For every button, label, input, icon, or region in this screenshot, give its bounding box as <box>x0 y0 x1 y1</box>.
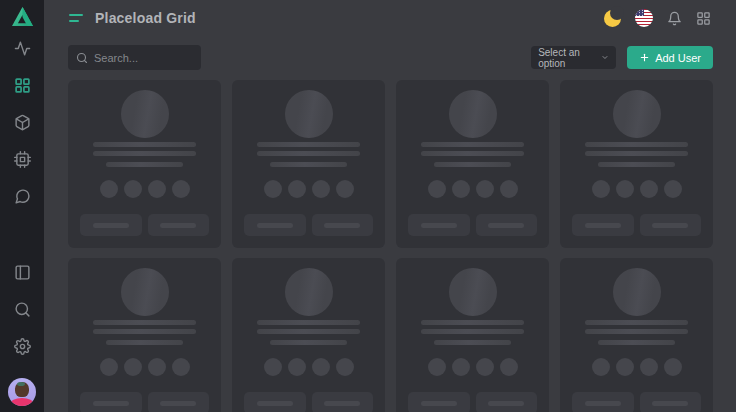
placeholder-line <box>257 142 361 147</box>
placeholder-line <box>421 151 525 156</box>
dot-placeholder <box>500 180 518 198</box>
sidebar-item-activity[interactable] <box>8 41 36 59</box>
dot-placeholder <box>616 180 634 198</box>
add-user-label: Add User <box>655 52 701 64</box>
button-placeholder <box>244 392 306 412</box>
placeholder-line <box>598 340 675 345</box>
dark-mode-moon-icon[interactable] <box>604 10 621 27</box>
button-label-placeholder <box>488 401 524 406</box>
button-label-placeholder <box>93 401 129 406</box>
icon-dots-placeholder <box>242 180 375 198</box>
button-placeholders <box>570 392 703 412</box>
dot-placeholder <box>592 180 610 198</box>
button-label-placeholder <box>585 401 621 406</box>
sidebar-item-settings[interactable] <box>8 339 36 357</box>
user-avatar[interactable] <box>8 378 36 406</box>
plus-icon <box>639 52 650 63</box>
dot-placeholder <box>452 180 470 198</box>
placeholder-line <box>270 340 347 345</box>
text-placeholder-lines <box>242 142 375 167</box>
notifications-bell-icon[interactable] <box>667 11 682 26</box>
dot-placeholder <box>664 180 682 198</box>
dot-placeholder <box>428 180 446 198</box>
dot-placeholder <box>428 358 446 376</box>
toolbar-right: Select an option Add User <box>531 46 713 69</box>
search-box <box>68 45 201 70</box>
avatar-placeholder <box>449 90 497 138</box>
icon-dots-placeholder <box>406 180 539 198</box>
text-placeholder-lines <box>242 320 375 345</box>
dot-placeholder <box>100 358 118 376</box>
avatar-placeholder <box>449 268 497 316</box>
search-icon <box>76 52 88 64</box>
box-icon <box>14 114 31 135</box>
search-icon <box>14 301 31 322</box>
main-area: Placeload Grid Select an option <box>44 0 736 412</box>
placeholder-line <box>106 162 183 167</box>
placeholder-line <box>257 151 361 156</box>
page-header: Placeload Grid <box>44 0 736 36</box>
gear-icon <box>14 338 31 359</box>
button-placeholder <box>148 214 210 236</box>
avatar-placeholder <box>285 90 333 138</box>
placeholder-line <box>585 329 689 334</box>
avatar-placeholder <box>613 268 661 316</box>
dot-placeholder <box>312 358 330 376</box>
dot-placeholder <box>148 358 166 376</box>
placeholder-line <box>93 329 197 334</box>
button-placeholder <box>312 214 374 236</box>
apps-grid-icon[interactable] <box>696 11 711 26</box>
placeholder-line <box>434 340 511 345</box>
chevron-down-icon <box>601 53 609 62</box>
placeholder-line <box>598 162 675 167</box>
placeholder-line <box>585 151 689 156</box>
button-label-placeholder <box>585 223 621 228</box>
text-placeholder-lines <box>406 320 539 345</box>
button-label-placeholder <box>93 223 129 228</box>
button-placeholder <box>640 214 702 236</box>
dot-placeholder <box>500 358 518 376</box>
sidebar-item-panels[interactable] <box>8 265 36 283</box>
avatar-placeholder <box>613 90 661 138</box>
icon-dots-placeholder <box>406 358 539 376</box>
avatar-placeholder <box>121 90 169 138</box>
menu-toggle-icon[interactable] <box>69 12 85 24</box>
sidebar-item-messages[interactable] <box>8 189 36 207</box>
page-title: Placeload Grid <box>95 10 196 26</box>
dot-placeholder <box>640 180 658 198</box>
dot-placeholder <box>616 358 634 376</box>
dot-placeholder <box>264 358 282 376</box>
sidebar-item-elements[interactable] <box>8 152 36 170</box>
user-card-placeholder <box>560 258 713 412</box>
avatar-placeholder <box>285 268 333 316</box>
sidebar-item-search[interactable] <box>8 302 36 320</box>
sidebar-item-components[interactable] <box>8 115 36 133</box>
user-card-placeholder <box>560 80 713 248</box>
sidebar-bottom <box>8 265 36 412</box>
triangle-logo-icon <box>11 6 34 31</box>
language-us-flag-icon[interactable] <box>635 9 653 27</box>
text-placeholder-lines <box>406 142 539 167</box>
button-placeholder <box>572 392 634 412</box>
placeholder-line <box>585 142 689 147</box>
dot-placeholder <box>172 358 190 376</box>
add-user-button[interactable]: Add User <box>627 46 713 69</box>
text-placeholder-lines <box>78 320 211 345</box>
placeholder-line <box>106 340 183 345</box>
dot-placeholder <box>124 358 142 376</box>
search-input[interactable] <box>94 52 193 64</box>
dot-placeholder <box>336 358 354 376</box>
user-card-placeholder <box>396 80 549 248</box>
option-select[interactable]: Select an option <box>531 46 616 69</box>
sidebar-item-dashboard-grid[interactable] <box>8 78 36 96</box>
app-logo[interactable] <box>0 0 44 36</box>
dot-placeholder <box>476 358 494 376</box>
icon-dots-placeholder <box>570 358 703 376</box>
text-placeholder-lines <box>570 142 703 167</box>
button-placeholder <box>148 392 210 412</box>
avatar-hair <box>17 382 25 386</box>
user-card-placeholder <box>68 258 221 412</box>
button-label-placeholder <box>257 401 293 406</box>
dot-placeholder <box>664 358 682 376</box>
dot-placeholder <box>124 180 142 198</box>
